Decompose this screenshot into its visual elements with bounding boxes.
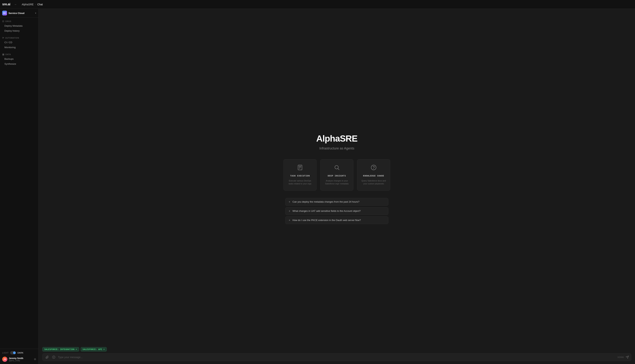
feature-card-title-deep-insights: DEEP INSIGHTS: [328, 175, 346, 177]
svg-point-7: [371, 165, 376, 170]
data-icon: ▦: [2, 53, 5, 56]
breadcrumb-parent: AlphaSRE: [22, 3, 34, 6]
breadcrumb-current: Chat: [37, 3, 43, 6]
suggestion-item-2[interactable]: ✦ What changes in UAT add sensitive fiel…: [285, 207, 388, 215]
sidebar-item-deploy-history[interactable]: Deploy history: [2, 28, 36, 33]
avatar: JS: [2, 357, 7, 362]
theme-label-light: LIGHT: [2, 352, 9, 354]
feature-card-title-knowledge-share: KNOWLEDGE SHARE: [363, 175, 384, 177]
feature-card-desc-task-execution: Execute various DevOps tasks related to …: [287, 179, 313, 185]
main-content: AlphaSRE Infrastructure as Agents TA: [39, 9, 635, 364]
user-name: Jeremy Smith: [9, 357, 32, 360]
suggestion-item-3[interactable]: ✦ How do I use the PKCE extension in the…: [285, 216, 388, 224]
sidebar-items-orgs: Deploy Metadata Deploy history: [2, 23, 36, 33]
tag-salesforce-integration[interactable]: SALESFORCE: INTEGRATION ×: [42, 347, 79, 352]
input-box: 0/2000: [42, 353, 631, 361]
settings-button[interactable]: ⚙: [34, 358, 36, 361]
attach-button[interactable]: [45, 355, 50, 359]
suggestion-icon-2: ✦: [288, 210, 291, 212]
chat-area: AlphaSRE Infrastructure as Agents TA: [39, 9, 635, 345]
sidebar-footer: LIGHT ☽ DARK JS Jeremy Smith @jerry_smit…: [0, 349, 39, 364]
sidebar-section-data: ▦ DATA Backups Synthesize: [0, 50, 39, 67]
main-layout: SC Service Cloud ▾ ⊡ ORGS Deploy Metadat…: [0, 9, 635, 364]
chevron-down-icon: ▾: [35, 12, 36, 14]
sidebar-section-orgs: ⊡ ORGS Deploy Metadata Deploy history: [0, 18, 39, 34]
feature-card-title-task-execution: TASK EXECUTION: [290, 175, 310, 177]
feature-cards: TASK EXECUTION Execute various DevOps ta…: [283, 159, 390, 191]
tag-close-integration[interactable]: ×: [76, 348, 77, 350]
feature-card-deep-insights[interactable]: DEEP INSIGHTS Analyze changes in your Sa…: [320, 159, 353, 191]
sidebar-section-title-automation: ⟳ AUTOMATION: [2, 36, 36, 39]
svg-point-5: [335, 166, 338, 169]
send-button[interactable]: [625, 356, 629, 359]
sidebar: SC Service Cloud ▾ ⊡ ORGS Deploy Metadat…: [0, 9, 39, 364]
theme-label-dark: DARK: [18, 352, 24, 354]
toggle-track[interactable]: ☽: [10, 351, 16, 354]
sidebar-item-ci-cd[interactable]: CI / CD: [2, 40, 36, 45]
suggestion-text-1: Can you deploy the metadata changes from…: [292, 200, 359, 203]
user-handle: @jerry_smitty: [9, 360, 32, 362]
chat-input-area: SALESFORCE: INTEGRATION × SALESFORCE: AP…: [39, 345, 635, 364]
suggestion-item-1[interactable]: ✦ Can you deploy the metadata changes fr…: [285, 198, 388, 206]
feature-card-task-execution[interactable]: TASK EXECUTION Execute various DevOps ta…: [283, 159, 317, 191]
topbar: sre.ai ← AlphaSRE › Chat: [0, 0, 635, 9]
suggestion-text-2: What changes in UAT add sensitive fields…: [292, 210, 361, 212]
sidebar-section-title-orgs: ⊡ ORGS: [2, 20, 36, 22]
add-button[interactable]: [51, 355, 56, 359]
sidebar-items-data: Backups Synthesize: [2, 56, 36, 66]
user-details: Jeremy Smith @jerry_smitty: [9, 357, 32, 362]
hero-title: AlphaSRE: [316, 134, 357, 144]
orgs-icon: ⊡: [2, 20, 4, 22]
task-execution-icon: [297, 164, 303, 172]
tag-salesforce-api[interactable]: SALESFORCE: API ×: [81, 347, 107, 352]
tag-label-api: SALESFORCE: API: [83, 348, 102, 350]
message-input[interactable]: [58, 355, 616, 360]
tag-close-api[interactable]: ×: [103, 348, 105, 350]
input-counter: 0/2000: [617, 356, 624, 358]
knowledge-share-icon: [371, 164, 377, 172]
sidebar-items-automation: CI / CD Monitoring: [2, 40, 36, 50]
service-avatar: SC: [2, 11, 7, 16]
svg-line-6: [338, 168, 339, 170]
suggestion-list: ✦ Can you deploy the metadata changes fr…: [285, 198, 388, 224]
breadcrumb: AlphaSRE › Chat: [22, 3, 43, 6]
service-selector[interactable]: SC Service Cloud ▾: [0, 9, 39, 18]
sidebar-section-title-data: ▦ DATA: [2, 53, 36, 56]
breadcrumb-separator: ›: [35, 3, 36, 6]
suggestion-icon-1: ✦: [288, 200, 291, 203]
theme-toggle[interactable]: LIGHT ☽ DARK: [2, 351, 36, 354]
feature-card-knowledge-share[interactable]: KNOWLEDGE SHARE Query Salesforce docs an…: [357, 159, 390, 191]
svg-rect-4: [299, 166, 302, 166]
user-info: JS Jeremy Smith @jerry_smitty ⚙: [2, 357, 36, 362]
feature-card-desc-deep-insights: Analyze changes in your Salesforce orgs'…: [324, 179, 349, 185]
tag-row: SALESFORCE: INTEGRATION × SALESFORCE: AP…: [42, 347, 631, 352]
feature-card-desc-knowledge-share: Query Salesforce docs and your custom pl…: [361, 179, 386, 185]
sidebar-item-monitoring[interactable]: Monitoring: [2, 45, 36, 50]
sidebar-section-automation: ⟳ AUTOMATION CI / CD Monitoring: [0, 34, 39, 50]
hero-subtitle: Infrastructure as Agents: [319, 146, 354, 150]
deep-insights-icon: [334, 164, 340, 172]
toggle-thumb: ☽: [13, 352, 16, 354]
suggestion-icon-3: ✦: [288, 219, 291, 222]
app-logo: sre.ai: [2, 2, 10, 6]
tag-label-integration: SALESFORCE: INTEGRATION: [44, 348, 75, 350]
suggestion-text-3: How do I use the PKCE extension in the O…: [292, 219, 361, 222]
collapse-button[interactable]: ←: [13, 2, 18, 6]
sidebar-item-backups[interactable]: Backups: [2, 56, 36, 62]
sidebar-item-deploy-metadata[interactable]: Deploy Metadata: [2, 23, 36, 28]
automation-icon: ⟳: [2, 36, 4, 39]
service-name: Service Cloud: [9, 12, 34, 14]
sidebar-item-synthesize[interactable]: Synthesize: [2, 62, 36, 66]
